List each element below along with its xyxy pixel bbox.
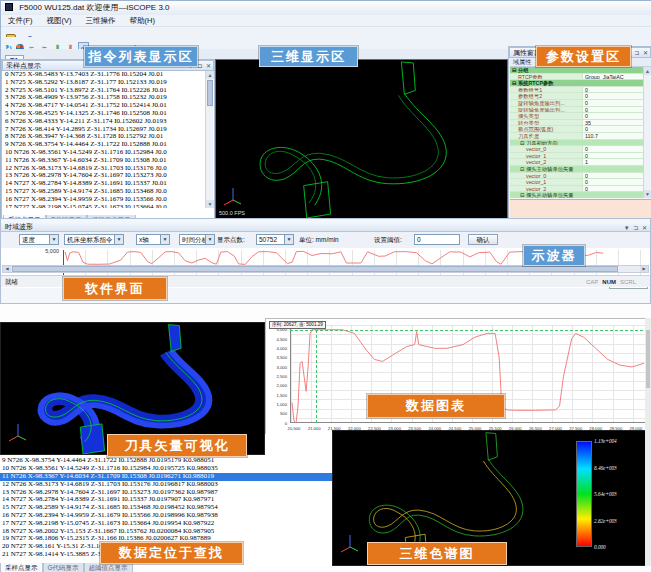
axis-tick: 5,000: [33, 248, 59, 254]
waveform-hscrollbar[interactable]: ◀ ▶: [2, 265, 649, 273]
property-value[interactable]: 0: [582, 113, 645, 119]
property-row[interactable]: vector_10: [510, 153, 645, 160]
callout-数据图表: 数据图表: [367, 394, 505, 418]
color-scale-bar: [576, 441, 592, 547]
property-row[interactable]: vector_00: [510, 173, 645, 180]
property-name: 极点范围(弧度): [510, 126, 582, 132]
scroll-thumb[interactable]: [12, 266, 618, 272]
combo-时间分析[interactable]: 时间分析▼: [179, 234, 215, 245]
callout-软件界面: 软件界面: [63, 277, 167, 300]
property-value[interactable]: 0: [582, 100, 645, 106]
property-value[interactable]: 0: [582, 179, 645, 185]
property-row[interactable]: vector_00: [510, 146, 645, 153]
app-icon: [5, 3, 13, 11]
property-row[interactable]: ⊟ 系统RTCP参数: [510, 80, 645, 87]
scroll-down-icon[interactable]: ▼: [206, 200, 214, 208]
property-value[interactable]: 0: [582, 173, 645, 179]
axis-tick: 4,000: [266, 346, 287, 351]
scroll-right-icon[interactable]: ▶: [640, 266, 648, 272]
toolbar-standard: ?: [1, 26, 651, 37]
combo-机床坐标系指令[interactable]: 机床坐标系指令▼: [64, 234, 124, 245]
property-name: vector_0: [510, 146, 582, 152]
property-row[interactable]: 摆头类型0: [510, 113, 645, 120]
toolpath-wireframe: [216, 60, 507, 218]
property-row[interactable]: vector_20: [510, 186, 645, 193]
property-grid: ⊟ 分组RTCP参数Group_JiaTaiAC⊟ 系统RTCP参数参数组号10…: [510, 67, 645, 198]
property-name: vector_2: [510, 186, 582, 192]
menu-item[interactable]: 视图(V): [40, 15, 79, 26]
property-value[interactable]: 0: [582, 146, 645, 152]
property-value[interactable]: 0: [582, 93, 645, 99]
property-row[interactable]: 旋转轴角度输出判...0: [510, 107, 645, 114]
scroll-thumb[interactable]: [207, 80, 213, 106]
callout-数据定位于查找: 数据定位于查找: [100, 542, 243, 564]
chevron-down-icon: ▼: [284, 235, 293, 244]
combo-x轴[interactable]: x轴▼: [136, 234, 170, 245]
callout-指令列表显示区: 指令列表显示区: [84, 46, 198, 67]
scroll-up-icon[interactable]: ▲: [206, 71, 214, 79]
scroll-down-icon[interactable]: ▼: [644, 190, 651, 198]
threshold-input[interactable]: 0: [414, 234, 460, 245]
property-row[interactable]: ⊟ 分组: [510, 67, 645, 74]
property-value[interactable]: 0: [582, 186, 645, 192]
scroll-up-icon[interactable]: ▲: [644, 67, 651, 75]
property-row[interactable]: vector_21: [510, 159, 645, 166]
property-name: RTCP参数: [510, 74, 582, 80]
waveform-title: 时域波形: [5, 223, 33, 230]
chevron-down-icon: ▼: [49, 235, 58, 244]
property-name: 转台类型: [510, 120, 582, 126]
property-name: vector_1: [510, 179, 582, 185]
property-value[interactable]: 1: [582, 159, 645, 165]
bottom-collage: 05001,0001,5002,0002,5003,0003,5004,0004…: [0, 304, 651, 572]
property-row[interactable]: ⊟ 摆头主动轴单位矢量: [510, 166, 645, 173]
data-chart[interactable]: 05001,0001,5002,0002,5003,0003,5004,0004…: [265, 318, 651, 436]
list-tabs: 采样点显示G代码显示超阈值点显示: [3, 208, 136, 217]
property-scrollbar[interactable]: ▲ ▼: [643, 67, 650, 198]
property-row[interactable]: ⊟ 刀具初始方向: [510, 140, 645, 147]
scroll-left-icon[interactable]: ◀: [3, 266, 11, 272]
window-title: F5000 WU125.dat 欢迎使用—iSCOPE 3.0: [19, 3, 169, 12]
property-row[interactable]: ⊟ 摆头从动轴单位矢量: [510, 192, 645, 198]
scale-label: 1.13e+004: [594, 438, 644, 444]
confirm-button[interactable]: 确认: [468, 234, 498, 245]
menu-item[interactable]: 帮助(H): [123, 15, 162, 26]
property-row[interactable]: 转台类型35: [510, 120, 645, 127]
tab-超阈值点显示[interactable]: 超阈值点显示: [84, 563, 133, 572]
property-row[interactable]: 旋转轴角度输出判...0: [510, 100, 645, 107]
property-row[interactable]: 参数组号20: [510, 93, 645, 100]
property-row[interactable]: 刀具长度110.7: [510, 133, 645, 140]
scale-label: 5.64e+003: [594, 491, 644, 497]
scroll-thumb[interactable]: [646, 330, 650, 388]
property-name: ⊟ 分组: [510, 67, 645, 73]
property-value[interactable]: 110.7: [582, 133, 645, 139]
menu-item[interactable]: 三维操作: [79, 15, 123, 26]
status-CAP: CAP: [586, 277, 598, 288]
menu-item[interactable]: 文件(F): [1, 15, 40, 26]
document-scrollbar[interactable]: [645, 318, 651, 566]
callout-三维显示区: 三维显示区: [259, 46, 358, 67]
list-scrollbar[interactable]: ▲ ▼: [205, 71, 213, 208]
property-row[interactable]: RTCP参数Group_JiaTaiAC: [510, 74, 645, 81]
property-row[interactable]: 参数组号10: [510, 87, 645, 94]
property-panel: 属性窗口 ▼ ⊐ ✕ 域属性 ⊟ 分组RTCP参数Group_JiaTaiAC⊟…: [508, 46, 651, 219]
nc-code-list[interactable]: 0 N725 X-98.5483 Y-13.7403 Z-31.1776 I0.…: [3, 71, 205, 208]
property-name: ⊟ 摆头主动轴单位矢量: [510, 166, 645, 172]
property-name: 旋转轴角度输出判...: [510, 107, 582, 113]
scale-label: 2.82e+003: [594, 518, 644, 524]
property-value[interactable]: 35: [582, 120, 645, 126]
property-row[interactable]: vector_10: [510, 179, 645, 186]
axis-tick: 3,000: [266, 365, 287, 370]
property-value[interactable]: Group_JiaTaiAC: [582, 74, 645, 80]
property-value[interactable]: 0: [582, 126, 645, 132]
property-value[interactable]: 0: [582, 87, 645, 93]
property-value[interactable]: 0: [582, 107, 645, 113]
points-label: 显示点数:: [217, 236, 245, 245]
main-3d-view[interactable]: 500.0 FPS: [215, 59, 508, 219]
property-value[interactable]: 0: [582, 153, 645, 159]
points-combo[interactable]: 50752▼: [256, 234, 294, 245]
tab-采样点显示[interactable]: 采样点显示: [0, 563, 43, 572]
property-row[interactable]: 极点范围(弧度)0: [510, 126, 645, 133]
panel-title: 采样点显示: [6, 62, 41, 69]
tab-G代码显示[interactable]: G代码显示: [43, 563, 84, 572]
combo-速度[interactable]: 速度▼: [19, 234, 59, 245]
